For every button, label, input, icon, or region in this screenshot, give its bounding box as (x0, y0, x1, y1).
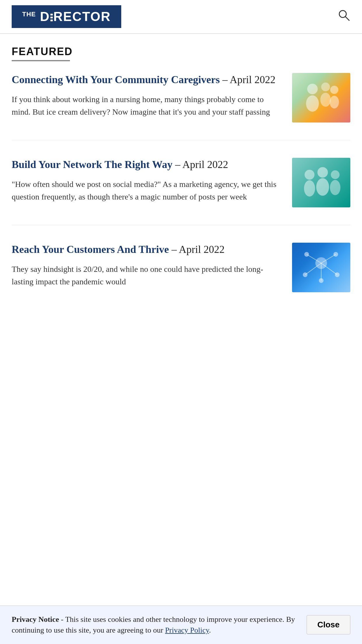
svg-point-2 (307, 84, 318, 94)
article-excerpt: They say hindsight is 20/20, and while n… (12, 263, 284, 288)
svg-point-12 (331, 170, 340, 179)
svg-point-10 (317, 167, 328, 178)
logo-box: THE DRECTOR (12, 5, 121, 28)
svg-point-21 (333, 252, 338, 257)
svg-line-1 (345, 17, 349, 20)
article-image (292, 73, 350, 123)
article-title: Build Your Network The Right Way – April… (12, 158, 284, 172)
article-card: Connecting With Your Community Caregiver… (12, 73, 350, 140)
svg-line-17 (305, 263, 321, 275)
logo-text: THE DRECTOR (22, 9, 111, 24)
article-content: Build Your Network The Right Way – April… (12, 158, 292, 203)
svg-point-8 (305, 170, 314, 180)
search-icon (338, 9, 350, 22)
article-title-text: Reach Your Customers And Thrive (12, 244, 169, 255)
network-image (292, 158, 350, 207)
article-image (292, 243, 350, 292)
article-excerpt: "How often should we post on social medi… (12, 178, 284, 203)
reach-illustration (301, 249, 342, 286)
svg-point-4 (321, 83, 330, 91)
article-content: Connecting With Your Community Caregiver… (12, 73, 292, 118)
article-date: – April 2022 (173, 159, 228, 170)
article-date: – April 2022 (169, 244, 224, 255)
svg-point-23 (335, 272, 340, 277)
main-content: FEATURED Connecting With Your Community … (0, 34, 362, 368)
article-card: Build Your Network The Right Way – April… (12, 158, 350, 225)
article-date: – April 2022 (220, 74, 275, 85)
header: THE DRECTOR (0, 0, 362, 34)
article-title-link[interactable]: Connecting With Your Community Caregiver… (12, 74, 220, 85)
search-button[interactable] (338, 9, 350, 24)
svg-point-20 (304, 252, 309, 257)
article-title: Connecting With Your Community Caregiver… (12, 73, 284, 87)
article-title-text: Build Your Network The Right Way (12, 159, 173, 170)
article-title-link[interactable]: Build Your Network The Right Way (12, 159, 173, 170)
section-divider (12, 60, 70, 61)
svg-line-18 (321, 263, 337, 275)
community-image (292, 73, 350, 123)
svg-point-24 (319, 278, 324, 283)
section-label: FEATURED (12, 46, 350, 58)
svg-point-13 (330, 180, 340, 195)
svg-point-7 (330, 96, 339, 108)
svg-point-3 (306, 95, 319, 112)
article-excerpt: If you think about working in a nursing … (12, 93, 284, 118)
article-card: Reach Your Customers And Thrive – April … (12, 243, 350, 292)
article-title-text: Connecting With Your Community Caregiver… (12, 74, 220, 85)
article-title: Reach Your Customers And Thrive – April … (12, 243, 284, 256)
svg-point-5 (320, 93, 331, 107)
article-content: Reach Your Customers And Thrive – April … (12, 243, 292, 288)
svg-point-22 (303, 272, 307, 277)
logo-wrapper: THE DRECTOR (12, 5, 121, 28)
article-image (292, 158, 350, 207)
network-illustration (301, 164, 342, 202)
svg-point-11 (316, 178, 329, 196)
svg-point-9 (304, 180, 315, 197)
article-title-link[interactable]: Reach Your Customers And Thrive (12, 244, 169, 255)
svg-point-6 (330, 86, 338, 94)
reach-image (292, 243, 350, 292)
community-illustration (301, 79, 342, 117)
